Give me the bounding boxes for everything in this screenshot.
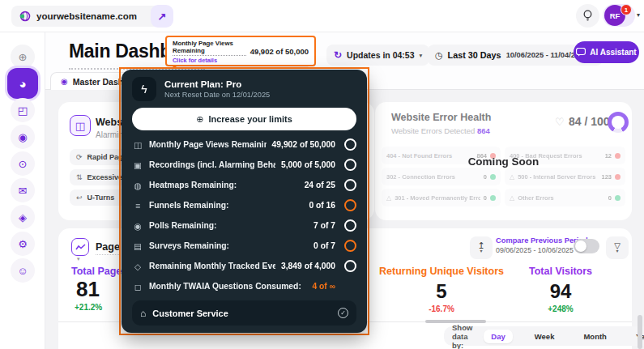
- spiral-icon: ◉: [61, 77, 68, 86]
- sidebar-item[interactable]: ◉: [11, 125, 35, 149]
- error-label: 302 - Connection Errors: [386, 173, 480, 181]
- status-dot: [615, 174, 621, 180]
- chevron-down-icon[interactable]: ▾: [77, 256, 80, 262]
- sidebar-icon: ⊕: [19, 51, 28, 63]
- error-label: 301 - Moved Permanently Errors: [395, 194, 480, 202]
- status-dot: [490, 195, 496, 201]
- warning-triangle-icon: △: [510, 173, 514, 181]
- health-score: 84 / 100: [569, 115, 610, 128]
- globe-icon: [19, 11, 31, 22]
- sidebar-item[interactable]: ◕: [7, 68, 38, 99]
- limit-status-circle[interactable]: [344, 138, 356, 151]
- sidebar-item[interactable]: ⊙: [11, 151, 35, 176]
- sidebar-icon: ⊙: [19, 158, 28, 170]
- stat-value: 94: [496, 280, 625, 303]
- warning-triangle-icon: △: [386, 194, 391, 202]
- customer-service-icon: ⌂: [140, 308, 146, 319]
- limit-status-circle[interactable]: [344, 159, 356, 171]
- granularity-option[interactable]: Week: [527, 330, 562, 343]
- limit-icon: ◫: [132, 140, 143, 150]
- tips-button[interactable]: [576, 4, 599, 28]
- limit-row: ≡ Funnels Remaining: 0 of 16: [132, 195, 356, 215]
- export-button[interactable]: ↥ ▾: [470, 236, 493, 259]
- ai-assistant-button[interactable]: AI Assistant: [574, 41, 639, 63]
- mpv-details-link[interactable]: Click for details: [173, 57, 309, 64]
- notification-badge: 1: [621, 4, 632, 15]
- limit-status-circle[interactable]: [344, 260, 356, 272]
- sidebar-item[interactable]: ◰: [11, 98, 35, 122]
- limit-icon: ≡: [132, 201, 143, 211]
- error-row: △ 301 - Moved Permanently Errors 0: [382, 189, 501, 206]
- limit-row: ◉ Polls Remaining: 7 of 7: [132, 215, 356, 236]
- stat-column: Total Visitors 94 +248%: [496, 266, 625, 313]
- user-menu[interactable]: RF 1 ▾: [603, 4, 643, 27]
- limit-status-circle[interactable]: [344, 240, 356, 252]
- limits-list: ◫ Monthly Page Views Remaining: 49,902 o…: [132, 134, 356, 296]
- behavior-item-icon: ↩: [76, 194, 83, 202]
- site-selector[interactable]: yourwebsitename.com ▾: [11, 6, 167, 27]
- error-row: 302 - Connection Errors 0: [382, 168, 501, 185]
- sidebar: ⊕ ◕ ◰ ◉ ⊙ ✉ ◈: [0, 32, 45, 349]
- mpv-title: Monthly Page Views Remaining: [173, 40, 246, 56]
- limit-value: 0 of 16: [309, 201, 335, 210]
- sidebar-item[interactable]: ⚙: [11, 232, 35, 256]
- error-count: 0: [484, 194, 487, 202]
- monthly-pageviews-box[interactable]: Monthly Page Views Remaining 49,902 of 5…: [165, 36, 316, 66]
- vertical-scrollbar[interactable]: [638, 315, 642, 349]
- limit-icon: ▤: [132, 241, 143, 251]
- check-circle-icon: ✓: [338, 308, 348, 318]
- limit-row: ▣ Recordings (incl. Alarming Behavior) .…: [132, 155, 356, 175]
- granularity-option[interactable]: Month: [576, 330, 614, 343]
- limit-row: ◇ Remaining Monthly Tracked Events (i...…: [132, 256, 356, 276]
- limit-label: Monthly Page Views Remaining:: [149, 140, 267, 149]
- error-count: 0: [608, 194, 612, 202]
- stat-delta: -16.7%: [377, 304, 506, 313]
- limit-icon: ▣: [132, 160, 143, 170]
- open-site-button[interactable]: ↗: [151, 5, 173, 28]
- topbar: yourwebsitename.com ▾ ↗ RF 1 ▾: [0, 0, 644, 32]
- site-name: yourwebsitename.com: [36, 11, 137, 21]
- increase-limits-button[interactable]: ⊕ Increase your limits: [132, 108, 356, 130]
- plan-title: Current Plan: Pro: [164, 79, 270, 89]
- show-data-by-label: Show data by:: [452, 323, 472, 349]
- show-data-by-group: Show data by: Day Week Month Year: [444, 326, 644, 346]
- sidebar-item[interactable]: ⊕: [11, 45, 35, 69]
- error-label: Other Errors: [518, 194, 605, 202]
- limit-status-circle[interactable]: [344, 199, 356, 211]
- lightning-icon: ϟ: [132, 77, 156, 101]
- error-health-card: Website Error Health Website Errors Dete…: [375, 102, 632, 220]
- sidebar-item[interactable]: ✉: [11, 178, 35, 202]
- external-link-icon: ↗: [158, 11, 167, 23]
- compare-toggle[interactable]: [574, 239, 599, 253]
- stat-label: Returning Unique Visitors: [377, 266, 506, 277]
- plus-circle-icon: ⊕: [196, 114, 203, 125]
- filter-button[interactable]: ▽ ▾: [606, 236, 629, 259]
- limit-icon: ◉: [132, 221, 143, 231]
- limit-value: 5,000 of 5,000: [281, 160, 335, 169]
- limit-label: Heatmaps Remaining:: [149, 181, 299, 189]
- sidebar-item[interactable]: ◈: [11, 205, 35, 229]
- limit-label: Polls Remaining:: [149, 221, 308, 230]
- clock-icon: ◷: [435, 50, 443, 61]
- behavior-item-label: U-Turns: [87, 194, 115, 202]
- refresh-icon: ↻: [334, 49, 342, 61]
- errors-detected-count: 864: [477, 126, 490, 135]
- status-dot: [615, 195, 621, 201]
- heart-icon: ♡: [555, 116, 565, 128]
- limit-status-circle[interactable]: [344, 219, 356, 232]
- sidebar-item[interactable]: ☺: [11, 258, 35, 283]
- customer-service-row[interactable]: ⌂ Customer Service ✓: [132, 300, 356, 326]
- granularity-option[interactable]: Day: [484, 330, 512, 343]
- error-row: △ 500 - Internal Server Errors 123: [505, 168, 625, 185]
- total-pageviews-value: 81: [76, 277, 100, 302]
- lightbulb-icon: [582, 10, 593, 22]
- total-pageviews-delta: +21.2%: [75, 303, 102, 312]
- sidebar-icon: ☺: [17, 265, 28, 277]
- limit-status-circle[interactable]: [344, 179, 356, 191]
- mpv-value: 49,902 of 50,000: [250, 47, 309, 56]
- updates-dropdown[interactable]: ↻ Updates in 04:53 ▾: [326, 45, 429, 66]
- chevron-down-icon: ▾: [420, 52, 423, 59]
- status-dot: [490, 174, 496, 180]
- limit-label: Remaining Monthly Tracked Events (i...: [149, 262, 275, 270]
- error-card-title: Website Error Health: [391, 112, 491, 123]
